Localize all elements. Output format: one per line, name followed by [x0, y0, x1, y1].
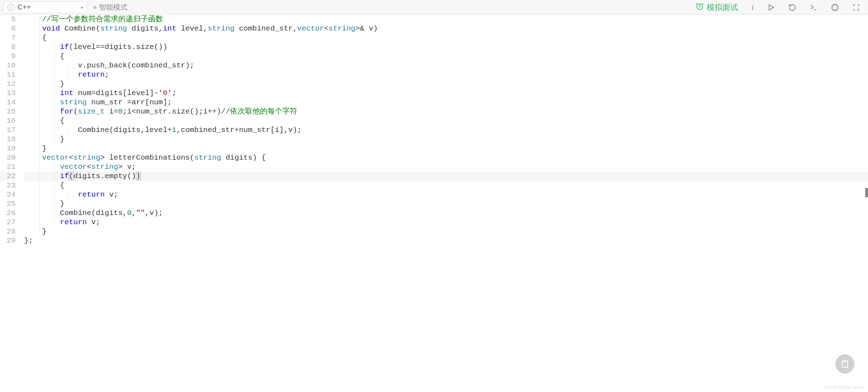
fullscreen-button[interactable] [852, 4, 860, 11]
mode-indicator[interactable]: 智能模式 [93, 2, 128, 12]
info-button[interactable]: i [752, 3, 754, 12]
settings-button[interactable] [831, 4, 839, 11]
interview-label: 模拟面试 [707, 2, 738, 13]
code-area[interactable]: //写一个参数符合需求的递归子函数 void Combine(string di… [22, 15, 868, 245]
reset-button[interactable] [788, 4, 796, 11]
scrollbar-thumb[interactable] [865, 188, 868, 197]
toolbar: i C++ ▾ 智能模式 模拟面试 i [0, 0, 868, 15]
code-editor[interactable]: 5678910111213141516171819202122232425262… [0, 15, 868, 245]
alarm-clock-icon [695, 2, 704, 13]
language-selector[interactable]: i C++ ▾ [4, 1, 87, 13]
line-gutter: 5678910111213141516171819202122232425262… [0, 15, 22, 245]
run-button[interactable] [767, 4, 775, 11]
status-dot-icon [93, 6, 96, 9]
mock-interview-button[interactable]: 模拟面试 [695, 2, 738, 13]
info-icon: i [7, 4, 15, 11]
mode-label: 智能模式 [99, 2, 128, 12]
language-label: C++ [17, 3, 31, 11]
chevron-down-icon: ▾ [81, 5, 83, 10]
terminal-button[interactable] [810, 4, 818, 11]
